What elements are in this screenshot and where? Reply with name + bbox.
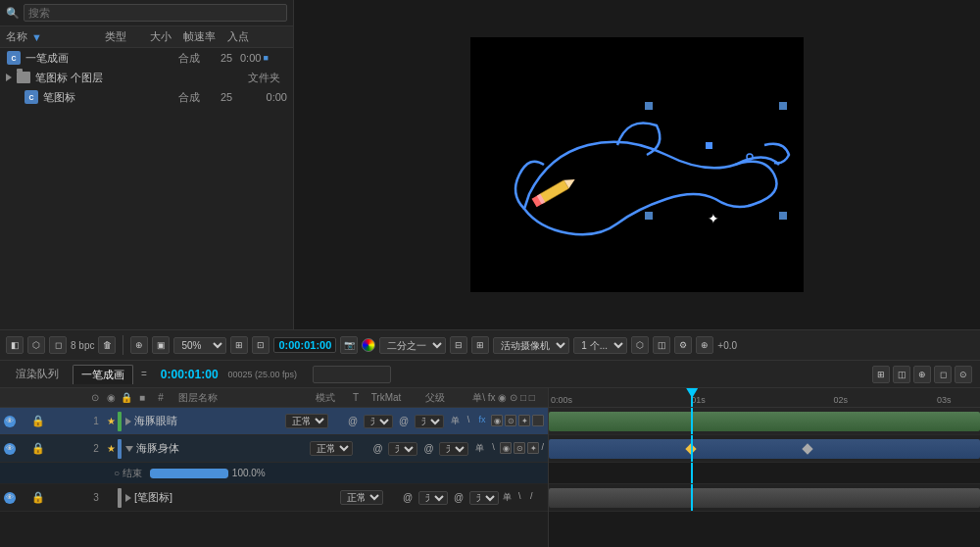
tool-btn-3[interactable]: ◻ [49, 336, 67, 354]
ctrl-btn-5[interactable]: ⊙ [955, 366, 972, 383]
layer-visibility-2[interactable]: 👁 [4, 443, 16, 455]
layer-switches-1: 单 \ fx ◉ ⊙ ✦ [448, 415, 544, 427]
lock-3[interactable]: 🔒 [31, 491, 43, 504]
ctrl-btn-2[interactable]: ◫ [893, 366, 910, 383]
timeline-controls: ⊞ ◫ ⊕ ◻ ⊙ [872, 366, 972, 383]
sw-1[interactable]: 单 [448, 415, 462, 427]
project-search-input[interactable] [24, 4, 287, 22]
item-name: 笔图标 [43, 90, 166, 105]
camera-btn[interactable]: 📷 [340, 336, 358, 354]
layer-num-2: 2 [88, 443, 104, 454]
sw-7[interactable] [532, 415, 544, 426]
layer-row[interactable]: 👁 🔒 2 ★ 海豚身体 正常 @ 无 @ [0, 435, 548, 463]
sw2-5[interactable]: ✦ [527, 442, 539, 454]
col-in-label: 入点 [227, 29, 249, 44]
sw-3[interactable]: fx [475, 415, 489, 427]
display-btn[interactable]: ▣ [152, 336, 170, 354]
track-row-sublayer [549, 463, 980, 484]
track-bar-1[interactable] [549, 412, 980, 431]
layer-parent-3[interactable]: 无 [469, 491, 499, 505]
ctrl-btn-4[interactable]: ◻ [934, 366, 952, 383]
layer-visibility-1[interactable]: 👁 [4, 416, 16, 427]
zoom-select[interactable]: 50% 100% 25% [173, 337, 226, 354]
lock-1[interactable]: 🔒 [31, 415, 43, 427]
render-btn[interactable]: ⬡ [631, 336, 649, 354]
sw-5[interactable]: ⊙ [505, 415, 516, 426]
project-item[interactable]: C 笔图标 合成 25 0:00 [0, 87, 293, 107]
tool-btn-1[interactable]: ◧ [6, 336, 24, 354]
layer-visibility-3[interactable]: 👁 [4, 492, 16, 504]
sw3-3: / [530, 491, 544, 504]
at-label-2: @ [367, 443, 388, 454]
grid-btn[interactable]: ⊞ [230, 336, 248, 354]
export-btn[interactable]: ◫ [653, 336, 670, 354]
search-icon: 🔍 [6, 7, 20, 20]
layer-mode-1[interactable]: 正常 [285, 414, 328, 428]
layer-expand-3[interactable] [125, 494, 131, 502]
project-items-list: C 一笔成画 合成 25 0:00 ■ 笔图标 个图层 文件夹 [0, 48, 293, 107]
sw-6[interactable]: ✦ [518, 415, 530, 426]
timeline-tabs: 渲染队列 一笔成画 [8, 365, 133, 384]
col-trkmat: TrkMat [362, 392, 411, 403]
track-bar-3[interactable] [549, 488, 980, 508]
col-lock: 🔒 [120, 392, 133, 403]
layer-mode-3[interactable]: 正常 [340, 490, 383, 505]
time-display[interactable]: 0:00:01:00 [273, 337, 336, 353]
offset-value: +0.0 [717, 340, 737, 351]
layer-trkmat-3[interactable]: 无 [418, 491, 448, 505]
layer-parent-2[interactable]: 无 [439, 442, 468, 456]
tick-3s: 03s [937, 395, 952, 405]
sw3-1[interactable]: 单 [503, 491, 516, 504]
sw2-3[interactable]: ◉ [500, 442, 512, 454]
resolution-select[interactable]: 二分之一 全分辨率 [379, 337, 446, 354]
col-color: ■ [135, 392, 149, 403]
project-item[interactable]: C 一笔成画 合成 25 0:00 ■ [0, 48, 293, 68]
timeline-header: 渲染队列 一笔成画 = 0:00:01:00 00025 (25.00 fps)… [0, 361, 980, 388]
delete-btn[interactable]: 🗑 [98, 336, 116, 354]
layer-row[interactable]: 👁 🔒 1 ★ 海豚眼睛 正常 @ 无 @ [0, 408, 548, 435]
time-marker[interactable] [691, 388, 693, 407]
sw2-4[interactable]: ⊙ [514, 442, 525, 454]
layer-mode-2[interactable]: 正常 [310, 441, 353, 456]
layer-color-1 [118, 412, 122, 431]
layer-switches-3: 单 \ / [503, 491, 544, 504]
layer-color-3 [118, 488, 122, 508]
tab-render-queue[interactable]: 渲染队列 [8, 365, 67, 384]
ctrl-btn-3[interactable]: ⊕ [913, 366, 931, 383]
tab-comp[interactable]: 一笔成画 [73, 365, 133, 384]
view-btn[interactable]: ⊟ [450, 336, 467, 354]
project-search-bar[interactable]: 🔍 [0, 0, 293, 26]
grid2-btn[interactable]: ⊞ [471, 336, 489, 354]
layer-expand-2[interactable] [125, 446, 133, 452]
tick-0s: 0:00s [551, 395, 572, 405]
separator [122, 335, 123, 355]
track-bar-2[interactable] [549, 439, 980, 459]
project-item[interactable]: 笔图标 个图层 文件夹 [0, 68, 293, 87]
tool-btn-2[interactable]: ⬡ [27, 336, 45, 354]
timeline-timecode[interactable]: 0:00:01:00 [161, 368, 219, 381]
more-btn[interactable]: ⊕ [696, 336, 713, 354]
layer-row[interactable]: 👁 🔒 3 [笔图标] 正常 @ 无 @ [0, 484, 548, 512]
col-parent: 父级 [411, 391, 460, 405]
view-count-select[interactable]: 1 个... [573, 337, 627, 354]
timeline-search-input[interactable] [313, 366, 391, 383]
ctrl-btn-1[interactable]: ⊞ [872, 366, 890, 383]
folder-icon [16, 70, 31, 85]
layer-trkmat-2[interactable]: 无 [388, 442, 417, 456]
track-row-3 [549, 484, 980, 512]
layer-trkmat-1[interactable]: 无 [364, 415, 393, 428]
settings-btn[interactable]: ⚙ [674, 336, 692, 354]
sw2-6: / [541, 442, 544, 455]
layer-expand-1[interactable] [125, 418, 131, 425]
magnet-btn[interactable]: ⊕ [130, 336, 148, 354]
sw-4[interactable]: ◉ [491, 415, 503, 426]
camera-select[interactable]: 活动摄像机 [493, 337, 569, 354]
col-visible: ⊙ [88, 392, 102, 403]
timeline-fps: 00025 (25.00 fps) [228, 370, 298, 379]
ruler-btn[interactable]: ⊡ [252, 336, 270, 354]
progress-bar-fill [150, 469, 228, 478]
layer-parent-1[interactable]: 无 [415, 415, 444, 428]
sw2-1[interactable]: 单 [472, 442, 486, 455]
tick-2s: 02s [833, 395, 848, 405]
lock-2[interactable]: 🔒 [31, 442, 43, 455]
